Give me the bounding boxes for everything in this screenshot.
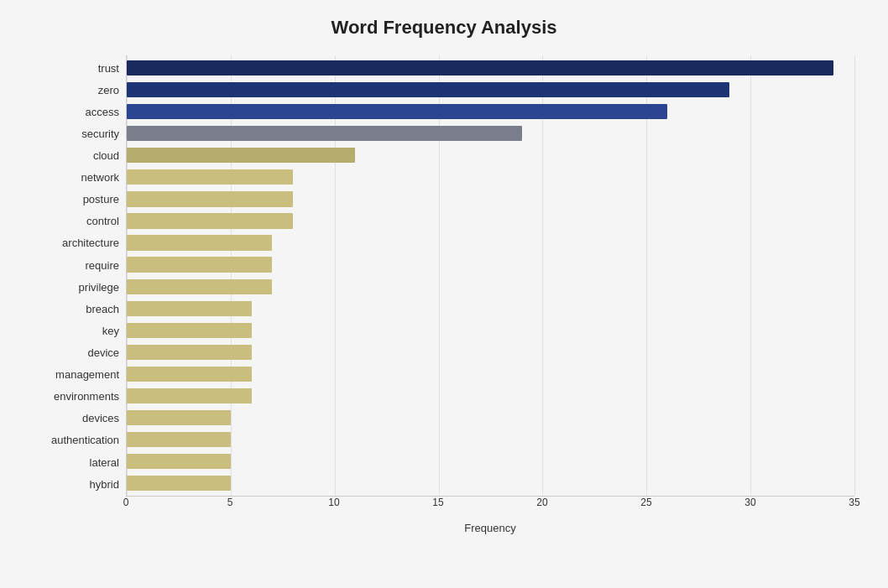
bar	[127, 257, 272, 272]
x-tick-label: 25	[640, 497, 651, 508]
bar-row	[127, 188, 854, 210]
y-label: network	[34, 172, 126, 183]
y-label: posture	[34, 194, 126, 205]
y-label: device	[34, 347, 126, 358]
y-label: management	[34, 369, 126, 380]
bar-row	[127, 298, 854, 320]
y-label: cloud	[34, 150, 126, 161]
bar-row	[127, 276, 854, 298]
y-label: control	[34, 216, 126, 226]
bar-row	[127, 254, 854, 276]
bar-row	[127, 450, 854, 472]
bar-row	[127, 166, 854, 188]
x-tick-label: 20	[536, 497, 547, 508]
y-label: security	[34, 128, 126, 139]
chart-title: Word Frequency Analysis	[34, 17, 854, 39]
bar	[127, 279, 272, 294]
bar-row	[127, 341, 854, 363]
x-tick-label: 10	[328, 497, 339, 508]
bar-row	[127, 232, 854, 254]
bar	[127, 82, 729, 97]
x-tick-label: 30	[744, 497, 755, 508]
x-tick-label: 35	[849, 497, 859, 508]
bar	[127, 410, 231, 425]
y-label: privilege	[34, 282, 126, 293]
bar-row	[127, 320, 854, 341]
bar	[127, 148, 355, 163]
bar-row	[127, 101, 854, 122]
x-tick-label: 5	[227, 497, 233, 508]
bar-row	[127, 79, 854, 101]
y-label: environments	[34, 391, 126, 402]
bar	[127, 367, 252, 382]
bar	[127, 60, 833, 75]
grid-line	[854, 55, 855, 496]
bar	[127, 388, 252, 403]
y-label: devices	[34, 413, 126, 424]
bar-row	[127, 122, 854, 144]
bar-row	[127, 144, 854, 166]
bar	[127, 301, 252, 316]
y-label: key	[34, 325, 126, 336]
x-axis-title: Frequency	[126, 522, 854, 534]
y-label: breach	[34, 304, 126, 315]
bar-row	[127, 385, 854, 407]
chart-container: Word Frequency Analysis trustzeroaccesss…	[0, 0, 888, 588]
y-label: access	[34, 107, 126, 117]
bar	[127, 345, 252, 360]
y-label: architecture	[34, 237, 126, 248]
bar-row	[127, 210, 854, 232]
bar-row	[127, 407, 854, 429]
bar	[127, 213, 293, 228]
bar-row	[127, 57, 854, 79]
bar	[127, 323, 252, 338]
bar	[127, 432, 231, 447]
bar-row	[127, 472, 854, 494]
bar-row	[127, 429, 854, 450]
bar	[127, 454, 231, 469]
bar	[127, 476, 231, 491]
y-label: zero	[34, 85, 126, 96]
x-tick-label: 15	[432, 497, 443, 508]
y-label: hybrid	[34, 479, 126, 490]
bar	[127, 191, 293, 206]
bar	[127, 169, 293, 185]
x-tick-label: 0	[123, 497, 129, 508]
bar	[127, 235, 272, 250]
y-label: require	[34, 260, 126, 271]
y-label: authentication	[34, 434, 126, 445]
y-label: trust	[34, 63, 126, 74]
bar-row	[127, 363, 854, 385]
bar	[127, 104, 667, 119]
y-label: lateral	[34, 457, 126, 468]
bar	[127, 126, 522, 141]
